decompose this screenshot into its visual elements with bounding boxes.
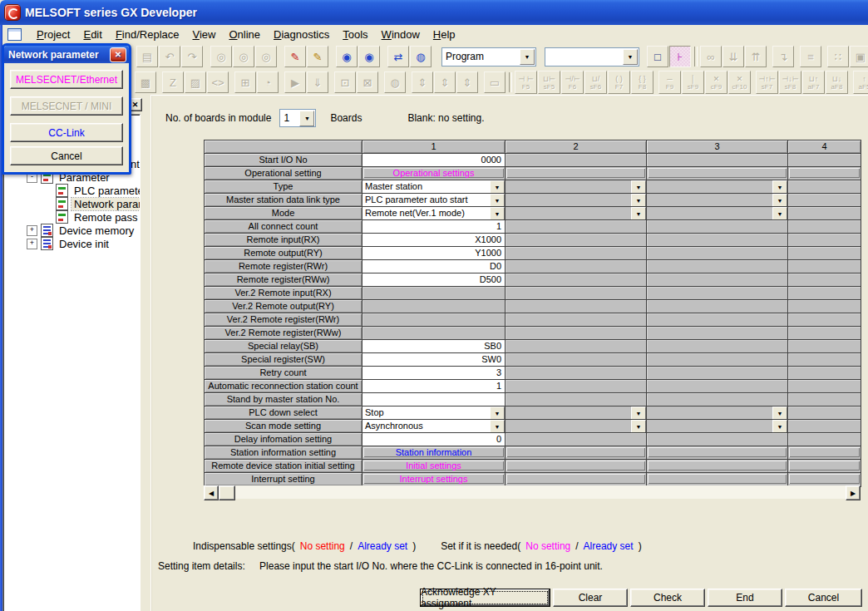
- grid-view-icon[interactable]: ⊞: [234, 71, 256, 93]
- ladder-sf5-button[interactable]: ⊔⊢sF5: [538, 71, 560, 94]
- interrupt-setting-link-blank[interactable]: [648, 474, 787, 484]
- mode-select-3[interactable]: ▼: [647, 207, 788, 220]
- menu-online[interactable]: Online: [222, 27, 267, 42]
- array-grid-icon[interactable]: ∷: [827, 46, 849, 67]
- ladder-f6-button[interactable]: ⊣/⊢F6: [561, 71, 584, 94]
- boards-count-select[interactable]: 1 ▼: [279, 109, 316, 127]
- tree-item-plc-parameter[interactable]: PLC parameter: [3, 184, 140, 197]
- chevron-down-icon[interactable]: ▼: [772, 180, 787, 194]
- operational-setting-link-blank[interactable]: [648, 168, 787, 178]
- start-i-o-no-value[interactable]: 0000: [362, 154, 506, 167]
- find-binoculars-icon[interactable]: ∞: [700, 46, 722, 67]
- chevron-down-icon[interactable]: ▼: [772, 420, 787, 433]
- stand-by-master-station-no-value[interactable]: [362, 393, 506, 407]
- master-station-data-link-type-select-1[interactable]: PLC parameter auto start▼: [362, 194, 506, 207]
- station-information-setting-link[interactable]: Station information: [363, 447, 504, 457]
- device-batch-monitor-icon[interactable]: ⇕: [412, 71, 433, 93]
- station-information-setting-link-blank[interactable]: [648, 447, 787, 457]
- window-tile-icon[interactable]: ⊡: [334, 71, 356, 93]
- ladder-af5-button[interactable]: ↑aF5: [853, 71, 868, 94]
- remote-device-station-initial-setting-link-blank[interactable]: [506, 461, 645, 471]
- screen-monitor-icon[interactable]: ▭: [484, 71, 506, 93]
- undo-icon[interactable]: ↶: [159, 46, 180, 67]
- paste-icon[interactable]: ▤: [136, 46, 158, 67]
- ladder-write-color-icon[interactable]: ✎: [307, 46, 328, 67]
- plc-down-select-select-1[interactable]: Stop▼: [362, 407, 506, 420]
- chevron-down-icon[interactable]: ▼: [631, 420, 646, 433]
- scrollbar-track[interactable]: [235, 485, 846, 499]
- interrupt-setting-link-blank[interactable]: [789, 474, 860, 484]
- delay-infomation-setting-value[interactable]: 0: [362, 433, 506, 446]
- menu-help[interactable]: Help: [427, 27, 462, 42]
- tree-item-network-param[interactable]: Network param: [3, 197, 140, 210]
- mode-select-2[interactable]: ▼: [506, 207, 647, 220]
- ladder-build-icon[interactable]: ▨: [185, 71, 206, 93]
- automatic-reconnection-station-count-value[interactable]: 1: [362, 380, 506, 393]
- chevron-down-icon[interactable]: ▼: [772, 207, 787, 220]
- menu-find-replace[interactable]: Find/Replace: [109, 27, 186, 42]
- child-window-icon[interactable]: [7, 28, 22, 41]
- ladder-z-icon[interactable]: Z: [162, 71, 184, 93]
- melsecnet-mini-button[interactable]: MELSECNET / MINI: [10, 96, 123, 116]
- retry-count-value[interactable]: 3: [362, 367, 506, 380]
- statement-icon[interactable]: <>: [207, 71, 229, 93]
- ladder-f5-button[interactable]: ⊣ ⊢F5: [515, 71, 537, 94]
- remote-input-rx-value[interactable]: X1000: [362, 234, 506, 247]
- menu-view[interactable]: View: [185, 27, 222, 42]
- tree-item-device-memory[interactable]: +Device memory: [3, 224, 140, 237]
- mode-select-1[interactable]: Remote net(Ver.1 mode)▼: [362, 207, 506, 220]
- window-layers-icon[interactable]: ▣: [850, 46, 868, 67]
- master-station-data-link-type-select-3[interactable]: ▼: [647, 194, 788, 207]
- plc-down-select-select-2[interactable]: ▼: [506, 407, 647, 420]
- monitor-stop-icon[interactable]: ▩: [135, 71, 156, 93]
- remote-register-rwr-value[interactable]: D0: [362, 260, 506, 273]
- station-information-setting-link-blank[interactable]: [506, 447, 645, 457]
- ladder-cf10-button[interactable]: ✕cF10: [728, 71, 751, 94]
- type-select-3[interactable]: ▼: [647, 180, 788, 194]
- secondary-select[interactable]: ▼: [545, 47, 639, 67]
- ladder-sf7-button[interactable]: ⊣↑⊢sF7: [756, 71, 778, 94]
- chevron-down-icon[interactable]: ▼: [490, 180, 505, 194]
- menu-project[interactable]: Project: [30, 27, 76, 42]
- ladder-write-icon[interactable]: ✎: [284, 46, 306, 67]
- jump-icon[interactable]: ↴: [772, 46, 794, 67]
- master-station-data-link-type-select-2[interactable]: ▼: [506, 194, 647, 207]
- ladder-f9-button[interactable]: ─F9: [658, 71, 681, 94]
- ladder-sf8-button[interactable]: ⊣↓⊢sF8: [779, 71, 801, 94]
- remote-device-station-initial-setting-link[interactable]: Initial settings: [363, 461, 504, 471]
- tree-item-remote-pass[interactable]: Remote pass: [3, 210, 140, 224]
- check-button[interactable]: Check: [630, 589, 705, 607]
- device-test-icon[interactable]: ⇕: [456, 71, 478, 93]
- cc-link-button[interactable]: CC-Link: [10, 123, 123, 142]
- online-check-icon[interactable]: ◍: [410, 46, 432, 67]
- find-contact-icon[interactable]: ◎: [233, 46, 254, 67]
- device-entry-monitor-icon[interactable]: ⇕: [434, 71, 456, 93]
- interrupt-setting-link-blank[interactable]: [506, 474, 645, 484]
- plc-down-select-select-3[interactable]: ▼: [647, 407, 788, 420]
- scroll-left-icon[interactable]: ◀: [204, 485, 219, 500]
- chevron-down-icon[interactable]: ▼: [631, 207, 646, 220]
- table-horizontal-scrollbar[interactable]: ◀ ▶: [204, 485, 861, 499]
- ladder-sf9-button[interactable]: │sF9: [682, 71, 704, 94]
- menu-diagnostics[interactable]: Diagnostics: [267, 27, 336, 42]
- cancel-button[interactable]: Cancel: [785, 589, 862, 607]
- chevron-down-icon[interactable]: ▼: [299, 111, 314, 126]
- scrollbar-thumb[interactable]: [219, 485, 235, 500]
- scan-mode-setting-select-1[interactable]: Asynchronous▼: [362, 420, 506, 433]
- menu-edit[interactable]: Edit: [76, 27, 108, 42]
- chevron-down-icon[interactable]: ▼: [631, 180, 646, 194]
- operational-setting-link[interactable]: Operational settings: [363, 168, 504, 178]
- chevron-down-icon[interactable]: ▼: [490, 194, 505, 207]
- dialog-title-bar[interactable]: Network parameter ✕: [4, 46, 129, 63]
- close-icon[interactable]: ✕: [110, 47, 126, 62]
- all-connect-count-value[interactable]: 1: [362, 220, 506, 234]
- melsecnet-ethernet-button[interactable]: MELSECNET/Ethernet: [10, 70, 123, 89]
- globe-icon[interactable]: ◍: [384, 71, 406, 93]
- type-select-1[interactable]: Master station▼: [362, 180, 506, 194]
- chevron-down-icon[interactable]: ▼: [631, 407, 646, 420]
- operational-setting-link-blank[interactable]: [506, 168, 645, 178]
- ladder-f7-button[interactable]: ( )F7: [608, 71, 630, 94]
- acknowledge-xy-assignment-button[interactable]: Acknowledge XY assignment: [420, 589, 550, 607]
- expand-plus-icon[interactable]: +: [27, 225, 37, 236]
- find-device-icon[interactable]: ◎: [210, 46, 232, 67]
